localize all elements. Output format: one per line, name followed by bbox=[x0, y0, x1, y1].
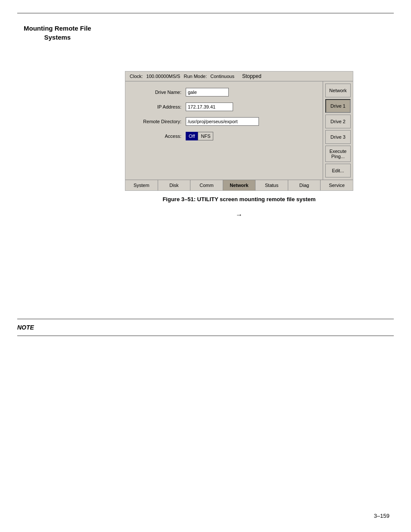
tab-system[interactable]: System bbox=[125, 180, 158, 190]
arrow-symbol: → bbox=[125, 211, 353, 219]
drive-name-input[interactable] bbox=[186, 88, 229, 96]
heading-line1: Mounting Remote File bbox=[24, 24, 91, 33]
sidebar-btn-drive2[interactable]: Drive 2 bbox=[325, 115, 351, 128]
sidebar-btn-edit[interactable]: Edit... bbox=[325, 164, 351, 177]
tab-disk[interactable]: Disk bbox=[158, 180, 191, 190]
ui-screen: Clock: 100.00000MS/S Run Mode: Continuou… bbox=[125, 71, 353, 191]
spacer bbox=[134, 146, 314, 172]
figure-caption: Figure 3–51: UTILITY screen mounting rem… bbox=[125, 196, 353, 202]
access-label: Access: bbox=[134, 134, 186, 139]
ip-address-row: IP Address: bbox=[134, 103, 314, 111]
ui-right-sidebar: Network Drive 1 Drive 2 Drive 3 ExecuteP… bbox=[323, 81, 353, 180]
sidebar-btn-network[interactable]: Network bbox=[325, 84, 351, 97]
section-heading: Mounting Remote File Systems bbox=[24, 24, 91, 42]
sidebar-btn-drive3[interactable]: Drive 3 bbox=[325, 130, 351, 144]
remote-directory-input[interactable] bbox=[186, 117, 259, 126]
tab-service[interactable]: Service bbox=[321, 180, 353, 190]
tab-diag[interactable]: Diag bbox=[288, 180, 321, 190]
status-text: Stopped bbox=[242, 73, 262, 79]
tab-status[interactable]: Status bbox=[255, 180, 288, 190]
drive-name-row: Drive Name: bbox=[134, 88, 314, 96]
access-nfs-button[interactable]: NFS bbox=[198, 132, 213, 140]
access-toggle: Off NFS bbox=[186, 132, 213, 140]
clock-label: Clock: bbox=[130, 74, 143, 79]
remote-directory-row: Remote Directory: bbox=[134, 117, 314, 126]
sidebar-btn-drive1[interactable]: Drive 1 bbox=[325, 99, 351, 113]
run-mode-value: Continuous bbox=[210, 74, 234, 79]
figure-container: Clock: 100.00000MS/S Run Mode: Continuou… bbox=[125, 71, 353, 219]
ui-tabbar: System Disk Comm Network Status Diag Ser… bbox=[125, 180, 353, 190]
remote-directory-label: Remote Directory: bbox=[134, 119, 186, 124]
access-row: Access: Off NFS bbox=[134, 132, 314, 140]
ui-titlebar: Clock: 100.00000MS/S Run Mode: Continuou… bbox=[125, 72, 353, 81]
drive-name-label: Drive Name: bbox=[134, 90, 186, 95]
heading-line2: Systems bbox=[24, 33, 91, 42]
note-rule-bottom bbox=[17, 336, 394, 336]
note-rule-top bbox=[17, 319, 394, 319]
page-number: 3–159 bbox=[374, 513, 389, 519]
run-mode-label: Run Mode: bbox=[184, 74, 207, 79]
tab-comm[interactable]: Comm bbox=[190, 180, 223, 190]
sidebar-btn-execute-ping[interactable]: ExecutePing... bbox=[325, 146, 351, 162]
note-label: NOTE bbox=[17, 324, 34, 331]
access-off-button[interactable]: Off bbox=[186, 132, 198, 140]
ip-address-input[interactable] bbox=[186, 103, 233, 111]
tab-network[interactable]: Network bbox=[223, 180, 256, 190]
clock-value: 100.00000MS/S bbox=[146, 74, 181, 79]
ui-left-panel: Drive Name: IP Address: Remote Directory… bbox=[125, 81, 323, 180]
note-section: NOTE bbox=[17, 319, 394, 336]
top-rule bbox=[17, 13, 394, 13]
ip-address-label: IP Address: bbox=[134, 104, 186, 109]
ui-main-content: Drive Name: IP Address: Remote Directory… bbox=[125, 81, 353, 180]
